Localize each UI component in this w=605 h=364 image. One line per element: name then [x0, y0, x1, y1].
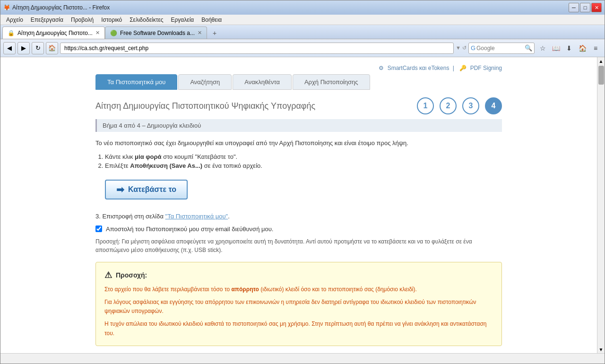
title-bar-left: 🦊 Αίτηση Δημιουργίας Πιστοτο... - Firefo…: [3, 4, 110, 11]
maximize-button[interactable]: □: [580, 3, 590, 12]
warning-para-1: Στο αρχείο που θα λάβετε περιλαμβάνεται …: [104, 285, 493, 294]
scrollbar-thumb[interactable]: [598, 66, 604, 85]
nav-tab-my-certs[interactable]: Τα Πιστοποιητικά μου: [95, 74, 177, 90]
tab-1-label: Free Software Downloads a...: [120, 30, 195, 36]
menu-hamburger-button[interactable]: ≡: [589, 42, 602, 54]
email-checkbox-label: Αποστολή του Πιστοποιητικού μου στην ema…: [106, 225, 273, 233]
step3-prefix: 3. Επιστροφή στη σελίδα: [95, 213, 165, 220]
warning-box-header: ⚠ Προσοχή:: [104, 270, 493, 280]
top-links: ⚙ SmartCards και eTokens | 🔑 PDF Signing: [95, 62, 502, 74]
search-area: G 🔍: [468, 43, 535, 54]
step-4: 4: [485, 97, 502, 114]
warning-small-text: Προσοχή: Για μέγιστη ασφάλεια αποφεύγετε…: [95, 237, 502, 254]
download-cert-button[interactable]: ➡ Κατεβάστε το: [105, 180, 188, 199]
refresh-button[interactable]: ↻: [32, 42, 44, 54]
step-area: Αίτηση Δημιουργίας Πιστοποιητικού Ψηφιακ…: [95, 97, 502, 114]
scrollbar-up[interactable]: ▲: [597, 57, 605, 65]
warning-triangle-icon: ⚠: [104, 270, 112, 280]
instruction-2-text: Επιλέξτε Αποθήκευση (Save As...) σε ένα …: [105, 162, 262, 169]
menu-bar: Αρχείο Επεξεργασία Προβολή Ιστορικό Σελι…: [0, 15, 605, 25]
nav-tabs: Τα Πιστοποιητικά μου Αναζήτηση Ανακληθέν…: [95, 74, 502, 90]
tab-1-favicon: 🟢: [110, 30, 117, 36]
tab-0-label: Αίτηση Δημιουργίας Πιστοτο...: [17, 30, 93, 36]
page-title: Αίτηση Δημιουργίας Πιστοποιητικού Ψηφιακ…: [95, 101, 315, 111]
address-input[interactable]: [60, 43, 454, 54]
toolbar-icons: ☆ 📖 ⬇ 🏠 ≡: [536, 42, 602, 54]
nav-tab-revoked[interactable]: Ανακληθέντα: [233, 74, 292, 90]
email-checkbox[interactable]: [95, 225, 102, 232]
back-button[interactable]: ◀: [3, 42, 16, 54]
bookmark-manager-button[interactable]: 📖: [550, 42, 562, 54]
search-input[interactable]: [476, 45, 524, 52]
menu-tools[interactable]: Εργαλεία: [167, 16, 198, 24]
window-title: Αίτηση Δημιουργίας Πιστοτο... - Firefox: [12, 4, 110, 11]
bookmark-star-button[interactable]: ☆: [536, 42, 549, 54]
menu-help[interactable]: Βοήθεια: [198, 16, 225, 24]
warning-box-title: Προσοχή:: [116, 271, 147, 279]
step-2: 2: [440, 97, 457, 114]
step3-suffix: .: [228, 213, 230, 220]
browser-icon: 🦊: [3, 4, 10, 11]
content-area: ⚙ SmartCards και eTokens | 🔑 PDF Signing…: [0, 57, 605, 353]
step-subtitle: Βήμα 4 από 4 – Δημιουργία κλειδιού: [95, 119, 502, 132]
title-bar: 🦊 Αίτηση Δημιουργίας Πιστοτο... - Firefo…: [0, 0, 605, 15]
download-cert-icon: ➡: [116, 184, 124, 195]
page-content: ⚙ SmartCards και eTokens | 🔑 PDF Signing…: [0, 57, 597, 353]
step-indicators: 1 2 3 4: [417, 97, 502, 114]
nav-tab-search[interactable]: Αναζήτηση: [178, 74, 232, 90]
warning-box: ⚠ Προσοχή: Στο αρχείο που θα λάβετε περι…: [95, 262, 502, 346]
tab-0-favicon: 🔒: [8, 30, 15, 36]
scrollbar-down[interactable]: ▼: [597, 346, 605, 353]
download-cert-label: Κατεβάστε το: [128, 185, 176, 194]
smartcards-link[interactable]: SmartCards και eTokens: [388, 65, 449, 71]
search-submit-icon[interactable]: 🔍: [525, 44, 532, 52]
warning-bold-word: απόρρητο: [231, 286, 259, 293]
menu-file[interactable]: Αρχείο: [2, 16, 27, 24]
step-1: 1: [417, 97, 434, 114]
step3-text: 3. Επιστροφή στη σελίδα "Τα Πιστοποιητικ…: [95, 213, 502, 220]
inner-content: ⚙ SmartCards και eTokens | 🔑 PDF Signing…: [86, 57, 511, 353]
menu-bookmarks[interactable]: Σελιδοδείκτες: [126, 16, 167, 24]
instruction-2-bold: Αποθήκευση (Save As...): [130, 162, 202, 169]
home-toolbar-button[interactable]: 🏠: [576, 42, 588, 54]
window-frame: 🦊 Αίτηση Δημιουργίας Πιστοτο... - Firefo…: [0, 0, 605, 364]
tab-0-close[interactable]: ✕: [95, 30, 100, 36]
menu-history[interactable]: Ιστορικό: [97, 16, 126, 24]
home-button[interactable]: 🏠: [46, 42, 58, 54]
instruction-1-bold: μία φορά: [135, 153, 161, 160]
pdf-icon: 🔑: [459, 65, 467, 71]
forward-button[interactable]: ▶: [17, 42, 30, 54]
instruction-1-text: Κάντε κλικ μία φορά στο κουμπί "Κατεβάστ…: [105, 153, 237, 160]
download-button[interactable]: ⬇: [563, 42, 575, 54]
warning-para-2: Για λόγους ασφάλειας και εγγύησης του απ…: [104, 298, 493, 316]
title-bar-controls: ─ □ ✕: [569, 3, 602, 12]
address-bar: ◀ ▶ ↻ 🏠 ▼ ↺ G 🔍 ☆ 📖 ⬇ 🏠 ≡: [0, 39, 605, 57]
tab-bar: 🔒 Αίτηση Δημιουργίας Πιστοτο... ✕ 🟢 Free…: [0, 25, 605, 39]
minimize-button[interactable]: ─: [569, 3, 579, 12]
scrollbar[interactable]: ▲ ▼: [597, 57, 605, 353]
pdf-link[interactable]: PDF Signing: [470, 65, 502, 71]
warning-para-3: Η τυχόν απώλεια του ιδιωτικού κλειδιού κ…: [104, 320, 493, 338]
my-certs-link[interactable]: "Τα Πιστοποιητικά μου": [165, 213, 228, 220]
smartcards-icon: ⚙: [379, 65, 384, 71]
menu-view[interactable]: Προβολή: [67, 16, 97, 24]
top-links-separator: |: [453, 65, 454, 71]
close-button[interactable]: ✕: [591, 3, 602, 12]
instruction-2: Επιλέξτε Αποθήκευση (Save As...) σε ένα …: [105, 162, 502, 169]
tab-0[interactable]: 🔒 Αίτηση Δημιουργίας Πιστοτο... ✕: [2, 26, 105, 39]
intro-text: Το νέο πιστοποιητικό σας έχει δημιουργηθ…: [95, 139, 502, 148]
tab-1[interactable]: 🟢 Free Software Downloads a... ✕: [105, 26, 207, 39]
menu-edit[interactable]: Επεξεργασία: [27, 16, 67, 24]
instruction-1: Κάντε κλικ μία φορά στο κουμπί "Κατεβάστ…: [105, 153, 502, 160]
step-3: 3: [462, 97, 479, 114]
tab-1-close[interactable]: ✕: [198, 30, 202, 36]
google-icon: G: [471, 44, 475, 52]
status-bar: [0, 353, 605, 364]
nav-tab-authority[interactable]: Αρχή Πιστοποίησης: [293, 74, 370, 90]
new-tab-button[interactable]: +: [209, 27, 220, 39]
instructions-list: Κάντε κλικ μία φορά στο κουμπί "Κατεβάστ…: [95, 153, 502, 169]
email-checkbox-row: Αποστολή του Πιστοποιητικού μου στην ema…: [95, 225, 502, 233]
